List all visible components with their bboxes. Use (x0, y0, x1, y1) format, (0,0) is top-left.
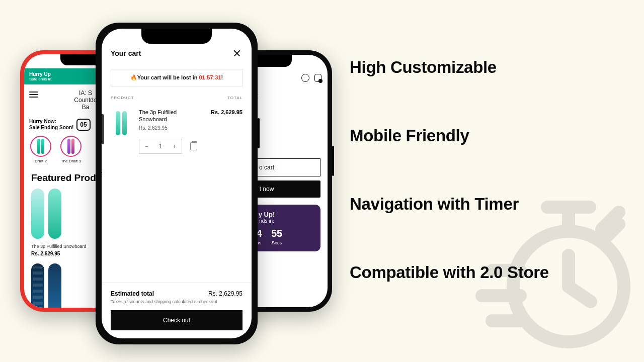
cart-title: Your cart (111, 49, 141, 57)
feature-list: High Customizable Mobile Friendly Naviga… (350, 58, 549, 282)
qty-decrement[interactable]: − (139, 139, 153, 153)
cart-summary: Estimated total Rs. 2,629.95 Taxes, disc… (102, 283, 252, 338)
checkout-button[interactable]: Check out (111, 310, 243, 330)
banner-sub: Sale ends in: (29, 77, 52, 81)
close-icon[interactable] (231, 48, 243, 59)
cart-line-item: The 3p Fulfilled Snowboard Rs. 2,629.95 … (102, 102, 252, 161)
cart-item-name: The 3p Fulfilled Snowboard (139, 109, 204, 123)
quantity-stepper[interactable]: − 1 + (139, 139, 182, 154)
cart-countdown-banner: 🔥Your cart will be lost in 01:57:31! (111, 69, 243, 86)
banner-title: Hurry Up (29, 71, 52, 77)
cart-item-total: Rs. 2,629.95 (211, 109, 243, 154)
feature-item: High Customizable (350, 58, 549, 77)
cart-item-unit-price: Rs. 2,629.95 (139, 125, 204, 131)
tax-note: Taxes, discounts and shipping calculated… (111, 299, 243, 304)
phone-button (258, 118, 260, 148)
qty-value: 1 (153, 139, 168, 153)
draft-item[interactable]: Draft 2 (30, 136, 51, 163)
rear-peek-text: F (102, 169, 102, 183)
qty-increment[interactable]: + (168, 139, 182, 153)
rear-peek (102, 114, 106, 145)
phone-mockups: Hurry Up Sale ends in: Days Hrs Mins IA:… (20, 23, 332, 344)
cart-item-image (111, 109, 132, 137)
phone-button (332, 146, 334, 176)
cart-header: Your cart (102, 46, 252, 64)
bag-icon[interactable] (314, 74, 321, 82)
estimated-label: Estimated total (111, 290, 154, 297)
estimated-value: Rs. 2,629.95 (208, 290, 243, 297)
menu-icon[interactable] (29, 92, 38, 98)
feature-item: Compatible with 2.0 Store (350, 263, 549, 282)
feature-item: Navigation with Timer (350, 195, 549, 214)
countdown-time: 01:57:31 (199, 74, 221, 80)
fire-icon: 🔥 (130, 74, 137, 80)
phone-center: D F Th Your cart 🔥Your cart will be lost… (96, 23, 258, 344)
draft-item[interactable]: The Draft 3 (60, 136, 82, 163)
phone-notch (141, 29, 212, 44)
trash-icon[interactable] (190, 142, 197, 150)
search-icon[interactable] (301, 74, 309, 82)
countdown-box: 05 (76, 119, 90, 131)
column-headers: PRODUCT TOTAL (102, 94, 252, 102)
feature-item: Mobile Friendly (350, 126, 549, 145)
